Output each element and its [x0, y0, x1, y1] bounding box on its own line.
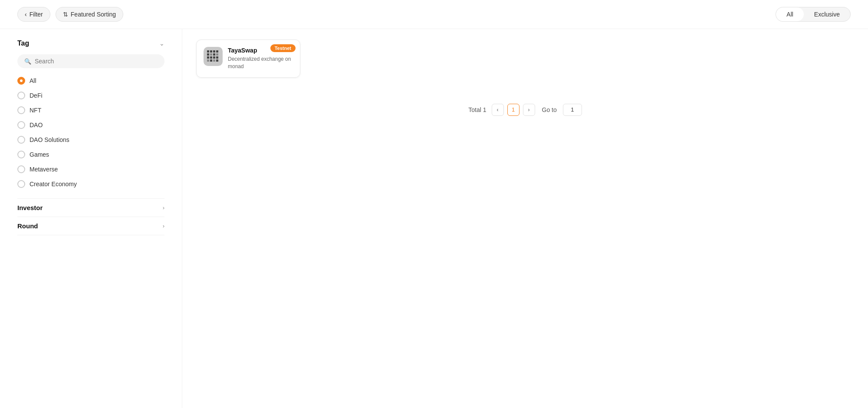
svg-rect-2	[210, 50, 212, 53]
main-layout: Tag ⌄ 🔍 All DeFi NFT DAO	[0, 29, 868, 408]
featured-sorting-button[interactable]: ⇅ Featured Sorting	[56, 7, 123, 22]
svg-rect-13	[210, 53, 212, 56]
svg-rect-11	[210, 59, 212, 62]
filter-icon: ‹	[25, 11, 27, 18]
tag-section-header: Tag ⌄	[17, 39, 164, 47]
toolbar-left: ‹ Filter ⇅ Featured Sorting	[17, 7, 123, 22]
view-toggle: All Exclusive	[776, 7, 851, 22]
radio-all	[17, 77, 25, 85]
tag-item-dao-solutions[interactable]: DAO Solutions	[17, 136, 164, 144]
next-page-button[interactable]: ›	[523, 104, 535, 116]
tag-chevron-icon[interactable]: ⌄	[159, 40, 164, 47]
sorting-label: Featured Sorting	[71, 11, 116, 18]
tag-label-dao: DAO	[30, 122, 43, 128]
sorting-icon: ⇅	[63, 11, 68, 18]
round-chevron-icon: ›	[163, 223, 164, 229]
tag-search-input[interactable]	[35, 58, 158, 65]
goto-label: Go to	[542, 106, 557, 113]
investor-section[interactable]: Investor ›	[17, 198, 164, 217]
investor-section-title: Investor	[17, 204, 43, 211]
radio-creator-economy	[17, 180, 25, 188]
sidebar: Tag ⌄ 🔍 All DeFi NFT DAO	[0, 29, 182, 408]
tag-label-defi: DeFi	[30, 92, 43, 99]
filter-button[interactable]: ‹ Filter	[17, 7, 50, 22]
radio-games	[17, 151, 25, 158]
svg-rect-5	[213, 53, 215, 56]
tag-item-defi[interactable]: DeFi	[17, 92, 164, 99]
svg-rect-6	[207, 56, 209, 59]
tag-list: All DeFi NFT DAO DAO Solutions Games	[17, 77, 164, 188]
testnet-badge: Testnet	[270, 44, 296, 52]
project-logo	[204, 47, 223, 66]
svg-rect-10	[216, 56, 218, 59]
tag-section-title: Tag	[17, 39, 29, 47]
tag-label-all: All	[30, 77, 36, 84]
svg-rect-16	[216, 59, 218, 62]
exclusive-view-button[interactable]: Exclusive	[804, 7, 850, 21]
tag-label-dao-solutions: DAO Solutions	[30, 136, 69, 143]
tag-label-metaverse: Metaverse	[30, 166, 58, 173]
search-icon: 🔍	[24, 58, 31, 65]
investor-chevron-icon: ›	[163, 204, 164, 211]
tag-item-games[interactable]: Games	[17, 151, 164, 158]
radio-dao	[17, 121, 25, 129]
tag-item-metaverse[interactable]: Metaverse	[17, 165, 164, 173]
radio-nft	[17, 106, 25, 114]
filter-label: Filter	[30, 11, 43, 18]
tag-label-nft: NFT	[30, 107, 41, 114]
svg-rect-14	[213, 59, 215, 62]
radio-defi	[17, 92, 25, 99]
svg-rect-8	[213, 56, 215, 59]
round-section[interactable]: Round ›	[17, 217, 164, 235]
tag-item-nft[interactable]: NFT	[17, 106, 164, 114]
svg-rect-3	[213, 50, 215, 53]
content-area: Testnet	[182, 29, 868, 408]
toolbar: ‹ Filter ⇅ Featured Sorting All Exclusiv…	[0, 0, 868, 29]
svg-rect-4	[207, 53, 209, 56]
all-view-button[interactable]: All	[776, 7, 804, 21]
project-description: Decentralized exchange on monad	[228, 56, 293, 70]
svg-rect-15	[207, 59, 209, 62]
project-card-tayaswap[interactable]: Testnet	[196, 39, 300, 78]
tag-item-dao[interactable]: DAO	[17, 121, 164, 129]
prev-page-button[interactable]: ‹	[492, 104, 504, 116]
tag-item-all[interactable]: All	[17, 77, 164, 85]
round-section-title: Round	[17, 222, 38, 230]
tag-item-creator-economy[interactable]: Creator Economy	[17, 180, 164, 188]
tag-search-box: 🔍	[17, 54, 164, 68]
svg-rect-9	[216, 50, 218, 53]
svg-rect-1	[207, 50, 209, 53]
radio-dao-solutions	[17, 136, 25, 144]
svg-rect-12	[216, 53, 218, 56]
tag-label-games: Games	[30, 151, 49, 158]
goto-input[interactable]	[563, 104, 582, 116]
tag-label-creator-economy: Creator Economy	[30, 181, 77, 188]
page-1-button[interactable]: 1	[507, 104, 519, 116]
radio-metaverse	[17, 165, 25, 173]
pagination-bar: Total 1 ‹ 1 › Go to	[196, 104, 854, 116]
page-total: Total 1	[468, 106, 486, 113]
svg-rect-7	[210, 56, 212, 59]
